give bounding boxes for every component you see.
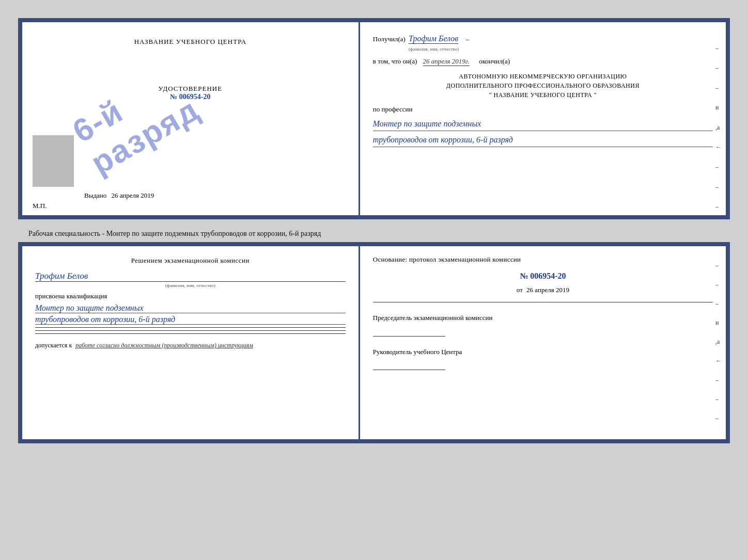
cert-top-left: НАЗВАНИЕ УЧЕБНОГО ЦЕНТРА 6-йразряд УДОСТ… [22, 22, 360, 215]
dopuskaetsya-label: допускается к [35, 342, 72, 349]
cert-bottom-left: Решением экзаменационной комиссии Трофим… [22, 246, 360, 439]
ot-label: от [517, 286, 523, 294]
org-line3: " НАЗВАНИЕ УЧЕБНОГО ЦЕНТРА " [373, 90, 713, 100]
bottom-name: Трофим Белов [35, 271, 346, 282]
rukovoditel-block: Руководитель учебного Центра [373, 347, 713, 371]
middle-text-content: Рабочая специальность - Монтер по защите… [28, 230, 321, 237]
middle-text: Рабочая специальность - Монтер по защите… [18, 226, 730, 242]
bottom-line-right-1 [373, 302, 713, 302]
bottom-profession-line1: Монтер по защите подземных [35, 303, 346, 313]
bottom-line-1 [35, 327, 346, 328]
dash-separator: – [466, 34, 470, 45]
cert-top-right: Получил(а) Трофим Белов (фамилия, имя, о… [360, 22, 726, 215]
poluchil-name: Трофим Белов [409, 34, 458, 44]
certificate-top: НАЗВАНИЕ УЧЕБНОГО ЦЕНТРА 6-йразряд УДОСТ… [18, 18, 730, 219]
vtom-label: в том, что он(а) [373, 57, 417, 65]
right-side-dashes: – – – и ,а ← – – – [715, 43, 722, 212]
bottom-name-hint: (фамилия, имя, отчество) [35, 283, 346, 288]
cert-bottom-right: Основание: протокол экзаменационной коми… [360, 246, 726, 439]
bottom-line-2 [35, 330, 346, 331]
prisvoena-label: присвоена квалификация [35, 292, 346, 300]
predsedatel-block: Председатель экзаменационной комиссии [373, 313, 713, 337]
right-side-dashes-bottom: – – – и ,а ← – – – [715, 262, 722, 422]
vtom-line: в том, что он(а) 26 апреля 2019г. окончи… [373, 56, 713, 67]
osnov-title: Основание: протокол экзаменационной коми… [373, 255, 713, 264]
rukovoditel-label: Руководитель учебного Центра [373, 347, 713, 357]
ot-date-line: от 26 апреля 2019 [373, 286, 713, 294]
date-handwritten: 26 апреля 2019г. [423, 57, 470, 66]
poluchil-line: Получил(а) Трофим Белов (фамилия, имя, о… [373, 31, 713, 53]
profession-line1: Монтер по защите подземных [373, 117, 713, 131]
protocol-num: № 006954-20 [373, 271, 713, 281]
dopuskaetsya-text: работе согласно должностным (производств… [75, 342, 253, 349]
dopuskaetsya-block: допускается к работе согласно должностны… [35, 342, 346, 349]
org-line2: ДОПОЛНИТЕЛЬНОГО ПРОФЕССИОНАЛЬНОГО ОБРАЗО… [373, 81, 713, 90]
bottom-title: Решением экзаменационной комиссии [35, 257, 346, 265]
bottom-profession-line2: трубопроводов от коррозии, 6-й разряд [35, 315, 346, 325]
predsedatel-label: Председатель экзаменационной комиссии [373, 313, 713, 323]
stamp-text: 6-йразряд [67, 59, 206, 181]
poluchil-label: Получил(а) [373, 34, 406, 45]
mp-line: М.П. [33, 202, 46, 210]
po-professii: по профессии [373, 104, 713, 115]
poluchil-hint: (фамилия, имя, отчество) [409, 45, 459, 53]
photo-placeholder [33, 135, 74, 187]
rukovoditel-sig-line [373, 370, 445, 370]
org-block: АВТОНОМНУЮ НЕКОММЕРЧЕСКУЮ ОРГАНИЗАЦИЮ ДО… [373, 72, 713, 100]
page-wrapper: НАЗВАНИЕ УЧЕБНОГО ЦЕНТРА 6-йразряд УДОСТ… [10, 10, 738, 451]
okonchil-label: окончил(а) [479, 57, 510, 65]
org-line1: АВТОНОМНУЮ НЕКОММЕРЧЕСКУЮ ОРГАНИЗАЦИЮ [373, 72, 713, 81]
ot-date: 26 апреля 2019 [526, 286, 569, 294]
bottom-line-3 [35, 333, 346, 334]
profession-line2: трубопроводов от коррозии, 6-й разряд [373, 133, 713, 147]
certificate-bottom: Решением экзаменационной комиссии Трофим… [18, 242, 730, 443]
predsedatel-sig-line [373, 336, 445, 337]
